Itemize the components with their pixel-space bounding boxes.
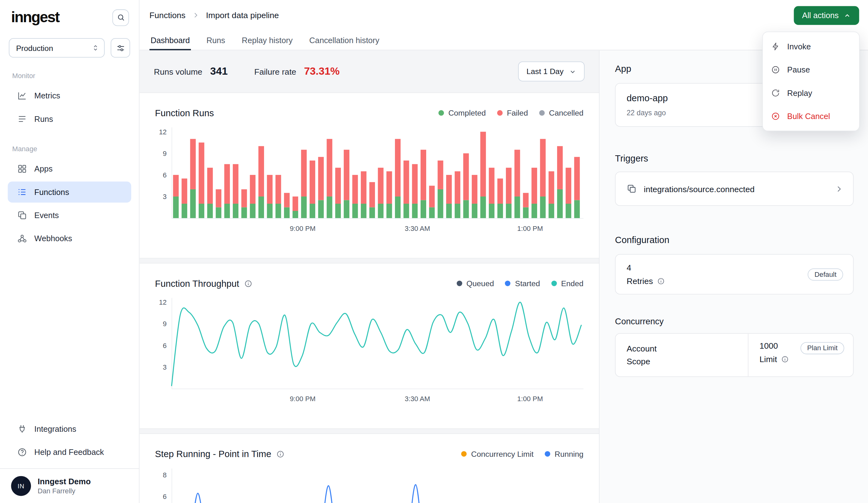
environment-settings-button[interactable] — [111, 38, 130, 58]
sidebar-section-monitor: Monitor — [0, 58, 139, 84]
chevron-up-icon — [844, 12, 851, 19]
function-throughput-card: Function Throughput Queued Started Ended… — [140, 263, 599, 429]
svg-text:8: 8 — [163, 471, 166, 479]
breadcrumb-current: Import data pipeline — [206, 11, 279, 20]
chart-legend: Concurrency Limit Running — [461, 450, 584, 458]
ended-dot — [551, 280, 557, 286]
chevrons-updown-icon — [91, 44, 100, 52]
function-runs-chart: 369129:00 PM3:30 AM1:00 PM — [155, 127, 583, 238]
page-header: Functions Import data pipeline All actio… — [140, 0, 868, 50]
svg-text:6: 6 — [163, 342, 166, 350]
concurrency-limit-label: Limit — [760, 354, 777, 364]
menu-item-invoke[interactable]: Invoke — [763, 35, 859, 58]
dashboard-content: Runs volume 341 Failure rate 73.31% Last… — [140, 50, 599, 503]
sidebar-item-functions[interactable]: Functions — [8, 182, 131, 203]
avatar: IN — [11, 476, 31, 496]
failure-rate-value: 73.31% — [304, 65, 340, 78]
trigger-row[interactable]: integrations/source.connected — [615, 172, 854, 206]
tab-replay-history[interactable]: Replay history — [240, 34, 294, 50]
breadcrumb-functions[interactable]: Functions — [149, 11, 185, 20]
svg-text:3:30 AM: 3:30 AM — [405, 225, 430, 233]
sidebar-item-apps[interactable]: Apps — [8, 158, 131, 179]
legend-label: Running — [555, 450, 583, 458]
trigger-event-name: integrations/source.connected — [644, 184, 755, 193]
info-icon[interactable] — [657, 277, 664, 285]
menu-item-replay[interactable]: Replay — [763, 81, 859, 104]
concurrency-limit-value: 1000 — [760, 341, 789, 350]
tab-cancellation-history[interactable]: Cancellation history — [308, 34, 380, 50]
menu-item-bulk-cancel[interactable]: Bulk Cancel — [763, 105, 859, 128]
cancelled-dot — [539, 110, 545, 116]
sidebar-item-events[interactable]: Events — [8, 205, 131, 226]
sidebar-section-manage: Manage — [0, 131, 139, 157]
running-dot — [545, 451, 550, 457]
all-actions-button[interactable]: All actions — [794, 6, 859, 25]
legend-label: Concurrency Limit — [471, 450, 534, 458]
queued-dot — [456, 280, 462, 286]
completed-dot — [438, 110, 444, 116]
sidebar-item-webhooks[interactable]: Webhooks — [8, 228, 131, 249]
inngest-logo: inngest — [11, 9, 59, 26]
sidebar-item-integrations[interactable]: Integrations — [8, 418, 131, 439]
search-button[interactable] — [113, 9, 129, 25]
svg-text:9: 9 — [163, 150, 166, 157]
sidebar-item-runs[interactable]: Runs — [8, 109, 131, 129]
failure-rate-label: Failure rate — [254, 66, 296, 76]
svg-text:6: 6 — [163, 171, 166, 179]
menu-item-label: Bulk Cancel — [787, 112, 830, 121]
failed-dot — [497, 110, 503, 116]
legend-label: Failed — [507, 109, 528, 117]
legend-label: Ended — [561, 279, 584, 288]
stats-bar: Runs volume 341 Failure rate 73.31% Last… — [140, 50, 599, 92]
cancel-circle-icon — [771, 112, 780, 121]
webhooks-icon — [17, 234, 27, 244]
user-account-button[interactable]: IN Inngest Demo Dan Farrelly — [0, 468, 139, 503]
function-runs-card: Function Runs Completed Failed Cancelled… — [140, 92, 599, 259]
chart-title: Step Running - Point in Time — [155, 449, 271, 459]
step-running-chart: 24689:00 PM3:30 AM1:00 PM — [155, 468, 583, 503]
sidebar-item-label: Webhooks — [34, 234, 72, 243]
legend-label: Cancelled — [549, 109, 583, 117]
step-running-card: Step Running - Point in Time Concurrency… — [140, 433, 599, 503]
event-icon — [627, 184, 637, 194]
menu-item-pause[interactable]: Pause — [763, 58, 859, 81]
sidebar-item-label: Metrics — [34, 91, 60, 100]
chevron-down-icon — [569, 68, 576, 75]
svg-text:3:30 AM: 3:30 AM — [405, 395, 430, 403]
sliders-icon — [116, 43, 125, 52]
chart-title: Function Throughput — [155, 278, 239, 289]
concurrency-card: Account Scope 1000 Limit Pl — [615, 333, 854, 377]
configuration-heading: Configuration — [615, 235, 854, 245]
triggers-heading: Triggers — [615, 153, 854, 164]
chart-title: Function Runs — [155, 108, 214, 119]
main-area: Functions Import data pipeline All actio… — [140, 0, 868, 503]
chart-legend: Completed Failed Cancelled — [438, 109, 583, 117]
runs-volume-label: Runs volume — [154, 66, 203, 76]
tab-runs[interactable]: Runs — [205, 34, 226, 50]
retries-value: 4 — [627, 263, 664, 273]
user-name: Inngest Demo — [38, 477, 91, 486]
chart-legend: Queued Started Ended — [456, 279, 584, 288]
sidebar-item-help[interactable]: Help and Feedback — [8, 442, 131, 463]
functions-icon — [17, 187, 27, 197]
lightning-icon — [771, 42, 780, 51]
replay-icon — [771, 89, 780, 97]
concurrency-heading: Concurrency — [615, 317, 854, 327]
info-icon[interactable] — [781, 355, 789, 363]
help-icon — [17, 448, 27, 458]
info-icon[interactable] — [244, 279, 252, 288]
svg-text:1:00 PM: 1:00 PM — [517, 225, 543, 233]
info-icon[interactable] — [276, 450, 285, 458]
runs-volume-value: 341 — [210, 65, 227, 78]
menu-item-label: Pause — [787, 65, 810, 74]
svg-text:9:00 PM: 9:00 PM — [290, 225, 316, 233]
retries-card: 4 Retries Default — [615, 254, 854, 294]
environment-selector[interactable]: Production — [9, 38, 105, 58]
sidebar-item-label: Events — [34, 211, 59, 220]
events-icon — [17, 210, 27, 220]
time-range-dropdown[interactable]: Last 1 Day — [518, 62, 584, 82]
sidebar-item-metrics[interactable]: Metrics — [8, 85, 131, 106]
concurrency-scope: Account Scope — [627, 342, 678, 368]
tab-dashboard[interactable]: Dashboard — [149, 34, 191, 50]
environment-label: Production — [16, 43, 53, 52]
